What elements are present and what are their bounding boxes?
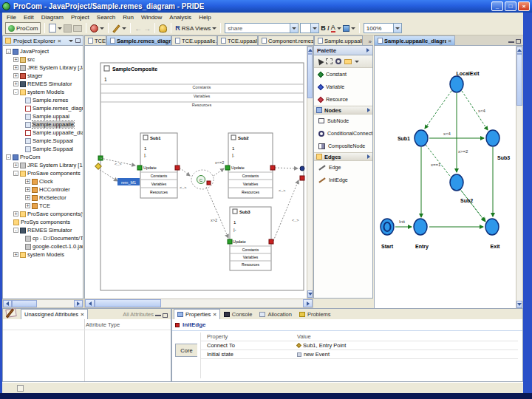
redo-icon[interactable]: → — [143, 24, 151, 33]
palette-item-compositenode[interactable]: CompositeNode — [314, 140, 372, 152]
menu-diagram[interactable]: Diagram — [41, 14, 64, 21]
editor-tab[interactable]: TCE — [84, 35, 106, 45]
rsa-views-dropdown-icon[interactable] — [212, 27, 216, 30]
minimize-button[interactable]: _ — [491, 1, 503, 11]
explorer-close-icon[interactable]: × — [58, 38, 61, 44]
scroll-up-icon[interactable] — [307, 47, 313, 54]
scroll-right-icon[interactable] — [303, 299, 313, 307]
font-combo-button[interactable] — [290, 24, 298, 33]
status-icon[interactable] — [17, 385, 24, 392]
scroll-thumb[interactable] — [12, 300, 37, 307]
value-column-header[interactable]: Value — [297, 333, 518, 340]
run-dropdown-icon[interactable] — [100, 27, 104, 30]
tools-dropdown-icon[interactable] — [355, 61, 359, 63]
update-port[interactable] — [137, 166, 142, 170]
menu-analysis[interactable]: Analysis — [169, 14, 191, 21]
new-wizard-icon[interactable] — [49, 24, 56, 33]
select-tool-icon[interactable] — [316, 57, 324, 65]
palette-item-conditionalconnector[interactable]: ConditionalConnector — [314, 127, 372, 140]
zoom-combo-button[interactable] — [393, 24, 401, 33]
tree-item[interactable]: ProSys components — [3, 218, 83, 226]
out-port[interactable] — [175, 166, 180, 170]
tree-item[interactable]: JRE System Library [1.6] — [3, 161, 83, 169]
sub3-node[interactable]: Sub3 1 |- Update Constants Variables Res… — [228, 207, 273, 270]
print-icon[interactable] — [73, 25, 82, 32]
tree-item[interactable]: Sample.uppaal — [3, 112, 83, 120]
update-port[interactable] — [228, 239, 232, 244]
fill-color-icon[interactable] — [343, 25, 349, 32]
update-port[interactable] — [225, 166, 230, 170]
tree-item[interactable]: src — [3, 55, 83, 64]
sub1-node[interactable]: Sub1 1 ]. Update Constants Variables Res… — [137, 133, 180, 198]
tree-item[interactable]: ProSave components — [3, 169, 83, 177]
mode-nodes[interactable] — [381, 76, 499, 235]
bold-button[interactable]: B — [321, 24, 326, 32]
menu-project[interactable]: Project — [71, 14, 89, 21]
sub3-mode-node[interactable] — [486, 130, 499, 146]
column-divider[interactable] — [84, 319, 85, 381]
project-explorer-header[interactable]: Project Explorer × — [2, 35, 83, 46]
entry-node[interactable] — [414, 219, 427, 235]
menu-edit[interactable]: Edit — [24, 14, 34, 21]
tree-item[interactable]: Sample.uppaalle_diagram — [3, 129, 83, 137]
scroll-left-icon[interactable] — [85, 299, 95, 307]
panel-maximize-icon[interactable] — [516, 39, 521, 44]
tab-properties[interactable]: Properties × — [174, 309, 220, 319]
property-column-header[interactable]: Property — [201, 333, 297, 340]
editor-hscrollbar[interactable] — [84, 299, 313, 308]
save-icon[interactable] — [64, 24, 72, 33]
out-port[interactable] — [269, 239, 273, 244]
sub1-mode-node[interactable] — [415, 130, 428, 146]
right-editor-tab-active[interactable]: Sample.uppaalle_diagram2 × — [374, 35, 455, 45]
palette-group-nodes[interactable]: Nodes — [314, 106, 372, 115]
tab-close-icon[interactable]: × — [448, 38, 451, 44]
property-row[interactable]: Connect To Sub1, Entry Point — [201, 341, 518, 350]
property-row[interactable]: Initial state new Event — [201, 350, 518, 359]
menu-file[interactable]: File — [7, 14, 16, 21]
tree-item[interactable]: ProCom — [3, 153, 83, 161]
panel-maximize-icon[interactable] — [163, 313, 168, 318]
tree-item[interactable]: ProSave components(95b)C2kd.b7ft — [3, 210, 83, 218]
group-collapse-icon[interactable] — [367, 154, 370, 159]
tree-item[interactable]: RxSelector — [3, 194, 83, 202]
tree-item[interactable]: JRE System Library [JavaSE-1.6] — [3, 64, 83, 72]
editor-vscrollbar[interactable] — [307, 46, 313, 299]
note-tool-icon[interactable] — [344, 59, 352, 64]
sub2-mode-node[interactable] — [450, 174, 463, 191]
tab-problems[interactable]: Problems — [296, 310, 335, 319]
font-color-dropdown-icon[interactable] — [337, 27, 341, 30]
palette-item-subnode[interactable]: SubNode — [314, 115, 372, 127]
explorer-hscrollbar[interactable] — [2, 299, 83, 308]
attribute-type-column-header[interactable]: Attribute Type — [86, 321, 120, 328]
tree-item[interactable]: cp - D:/Documents/TasksPhD... — [3, 234, 83, 242]
attributes-tab-active[interactable]: Unassigned Attributes × — [21, 309, 88, 319]
properties-table[interactable]: Property Value Connect To Sub1, Entry Po… — [200, 332, 518, 378]
out-port[interactable] — [270, 166, 275, 170]
lamp-icon[interactable] — [159, 24, 167, 33]
tab-console[interactable]: Console — [220, 310, 256, 319]
tree-item[interactable]: Clock — [3, 177, 83, 185]
tree-item[interactable]: REMES Simulator — [3, 226, 83, 234]
menu-help[interactable]: Help — [199, 14, 211, 21]
group-collapse-icon[interactable] — [367, 108, 370, 112]
tree-item[interactable]: Sample.remes — [3, 96, 83, 104]
scroll-down-icon[interactable] — [516, 301, 522, 308]
font-color-button[interactable]: A — [331, 24, 335, 33]
zoom-combo[interactable]: 100% — [364, 23, 402, 33]
tree-item[interactable]: Sample.uppaalle — [3, 120, 83, 129]
font-combo[interactable]: share — [225, 23, 299, 33]
explorer-maximize-icon[interactable] — [75, 38, 81, 43]
scroll-left-icon[interactable] — [3, 300, 12, 307]
fill-color-dropdown-icon[interactable] — [351, 27, 355, 30]
selected-edge-label[interactable]: rem_M1 — [117, 178, 140, 185]
palette-item-constant[interactable]: Constant — [314, 68, 372, 81]
tree-item[interactable]: Sample.Suppaal — [3, 145, 83, 153]
editor-tab[interactable]: TCE.uppaall... — [217, 35, 258, 45]
palette-group-edges[interactable]: Edges — [314, 152, 372, 161]
right-editor-vscrollbar[interactable] — [516, 46, 523, 309]
new-wizard-dropdown-icon[interactable] — [58, 27, 62, 30]
pencil-icon[interactable] — [112, 24, 120, 33]
solid-edges[interactable] — [395, 93, 493, 227]
pencil-dropdown-icon[interactable] — [122, 27, 126, 30]
marquee-tool-icon[interactable] — [326, 58, 332, 64]
